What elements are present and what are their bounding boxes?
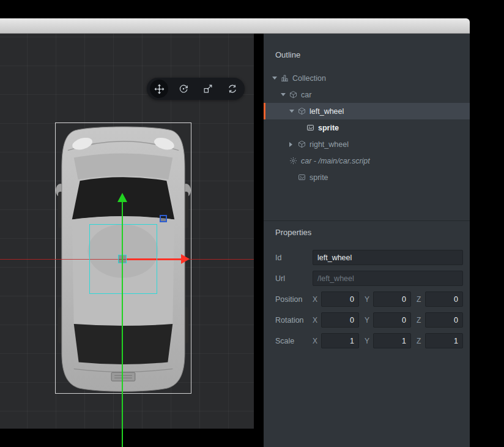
- outline-tree: Collection car left_wheel: [264, 70, 470, 186]
- sprite-icon: [298, 173, 306, 181]
- rotation-y-input[interactable]: [373, 312, 411, 328]
- rotation-row: Rotation X Y Z: [275, 312, 463, 328]
- scale-label: Scale: [275, 337, 313, 345]
- cube-icon: [289, 91, 297, 99]
- scale-x-input[interactable]: [321, 333, 359, 348]
- outline-item-script[interactable]: car - /main/car.script: [264, 152, 470, 169]
- gizmo-y-arrowhead-icon[interactable]: [117, 193, 127, 202]
- outline-item-label: car - /main/car.script: [301, 157, 370, 165]
- scale-y-input[interactable]: [373, 333, 411, 348]
- position-label: Position: [275, 295, 313, 304]
- outline-item-right-wheel[interactable]: right_wheel: [264, 136, 470, 152]
- right-panel: Outline Collection car: [264, 34, 470, 447]
- corner-handle[interactable]: [160, 215, 167, 222]
- outline-item-label: car: [301, 91, 311, 99]
- x-axis-label: X: [313, 295, 319, 304]
- scale-z-input[interactable]: [425, 333, 463, 348]
- outline-item-car[interactable]: car: [264, 86, 470, 103]
- expander-icon[interactable]: [281, 93, 289, 96]
- scale-tool-button[interactable]: [199, 80, 217, 98]
- y-axis-label: Y: [365, 316, 371, 325]
- script-gear-icon: [289, 157, 297, 165]
- id-input[interactable]: [313, 250, 463, 265]
- outline-item-sprite[interactable]: sprite: [264, 119, 470, 136]
- rotate-tool-button[interactable]: [174, 80, 193, 98]
- collection-icon: [281, 74, 289, 82]
- properties-form: Id Url Position X Y Z: [264, 237, 470, 348]
- outline-item-label: sprite: [309, 173, 328, 182]
- x-axis-label: X: [313, 316, 319, 325]
- url-input[interactable]: [313, 271, 463, 286]
- rotate-tool-icon: [178, 83, 189, 94]
- position-x-input[interactable]: [321, 291, 359, 307]
- orbit-tool-icon: [227, 83, 238, 94]
- outline-item-label: Collection: [292, 74, 326, 83]
- scale-tool-icon: [202, 83, 213, 94]
- position-y-input[interactable]: [373, 291, 411, 307]
- y-axis-label: Y: [365, 337, 371, 345]
- z-axis-label: Z: [417, 295, 423, 304]
- outline-item-collection[interactable]: Collection: [264, 70, 470, 86]
- outline-item-label: sprite: [318, 124, 339, 132]
- rotation-z-input[interactable]: [425, 312, 463, 328]
- viewport-clip-area: [0, 429, 254, 447]
- id-label: Id: [275, 254, 313, 262]
- gizmo-x-arrowhead-icon[interactable]: [181, 254, 190, 264]
- outline-item-left-wheel[interactable]: left_wheel: [264, 103, 470, 119]
- rotation-label: Rotation: [275, 316, 313, 325]
- move-tool-icon: [154, 83, 165, 95]
- scale-row: Scale X Y Z: [275, 333, 463, 348]
- expander-icon[interactable]: [272, 77, 281, 80]
- orbit-tool-button[interactable]: [223, 80, 242, 98]
- scene-viewport[interactable]: [0, 34, 254, 447]
- outline-title: Outline: [264, 34, 470, 59]
- url-row: Url: [275, 271, 463, 286]
- properties-title: Properties: [264, 221, 470, 237]
- id-row: Id: [275, 250, 463, 265]
- outline-item-sprite-2[interactable]: sprite: [264, 169, 470, 186]
- url-label: Url: [275, 274, 313, 283]
- cube-icon: [298, 107, 306, 115]
- position-z-input[interactable]: [425, 291, 463, 307]
- y-axis-line: [122, 202, 123, 447]
- expander-icon[interactable]: [289, 142, 298, 147]
- outline-item-label: left_wheel: [309, 107, 344, 116]
- sprite-icon: [306, 124, 314, 132]
- viewport-toolbar: [147, 78, 245, 100]
- z-axis-label: Z: [417, 337, 423, 345]
- y-axis-label: Y: [365, 295, 371, 304]
- rotation-x-input[interactable]: [321, 312, 359, 328]
- move-tool-button[interactable]: [150, 80, 168, 98]
- outline-item-label: right_wheel: [309, 140, 349, 149]
- window-titlebar: [0, 18, 470, 34]
- properties-panel: Properties Id Url Position X Y: [264, 220, 470, 447]
- outline-panel: Outline Collection car: [264, 34, 470, 220]
- cube-icon: [298, 140, 306, 148]
- z-axis-label: Z: [417, 316, 423, 325]
- expander-icon[interactable]: [289, 110, 298, 113]
- position-row: Position X Y Z: [275, 291, 463, 307]
- x-axis-label: X: [313, 337, 319, 345]
